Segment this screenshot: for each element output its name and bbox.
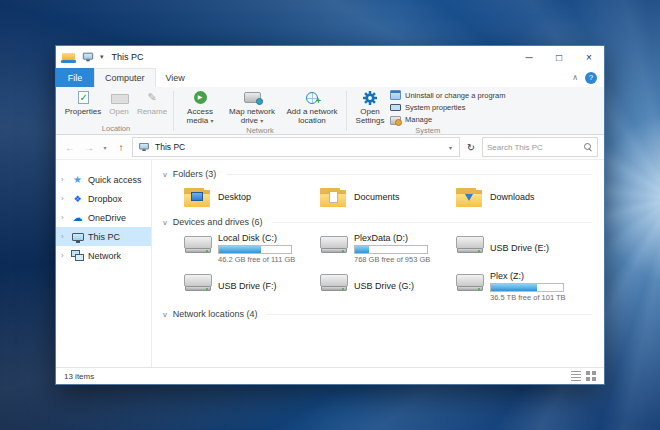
drive-name: Local Disk (C:): [218, 233, 295, 243]
system-properties-label: System properties: [405, 103, 465, 112]
ribbon-collapse-icon[interactable]: ∧: [572, 73, 578, 82]
search-box[interactable]: [482, 137, 598, 157]
minimize-button[interactable]: ─: [514, 46, 544, 68]
drive-free-space: 36.5 TB free of 101 TB: [490, 293, 566, 302]
location-group-label: Location: [62, 123, 170, 134]
details-view-icon[interactable]: [571, 371, 581, 381]
capacity-bar: [490, 283, 564, 292]
downloads-folder-icon: [456, 188, 482, 207]
chevron-right-icon[interactable]: ›: [61, 232, 70, 241]
tab-computer[interactable]: Computer: [94, 68, 156, 87]
open-settings-label: Open Settings: [350, 107, 390, 125]
refresh-icon[interactable]: ↻: [463, 138, 479, 156]
chevron-down-icon[interactable]: ∨: [162, 310, 168, 318]
drive-tile-e[interactable]: USB Drive (E:): [456, 232, 592, 264]
up-button[interactable]: ↑: [113, 138, 129, 156]
sidebar-item-dropbox[interactable]: › ❖ Dropbox: [56, 189, 151, 208]
chevron-down-icon[interactable]: ∨: [162, 218, 168, 226]
tab-view[interactable]: View: [156, 68, 195, 87]
window-controls: ─ □ ×: [514, 46, 604, 68]
search-icon[interactable]: [584, 143, 592, 151]
access-media-button[interactable]: ▶ Access media ▾: [177, 88, 223, 125]
window-title: This PC: [112, 52, 144, 62]
folder-tile-documents[interactable]: Documents: [320, 184, 456, 210]
recent-locations-dropdown-icon[interactable]: ▾: [100, 138, 110, 156]
title-bar[interactable]: ▾ This PC ─ □ ×: [56, 46, 604, 68]
drive-tile-c[interactable]: Local Disk (C:) 46.2 GB free of 111 GB: [184, 232, 320, 264]
system-properties-button[interactable]: System properties: [390, 101, 505, 113]
window-body: › ★ Quick access › ❖ Dropbox › ☁ OneDriv…: [56, 160, 604, 367]
sidebar-item-this-pc[interactable]: › This PC: [56, 227, 151, 246]
chevron-right-icon[interactable]: ›: [61, 251, 70, 260]
drive-name: USB Drive (G:): [354, 281, 414, 291]
usb-drive-icon: [456, 236, 484, 254]
folder-tile-desktop[interactable]: Desktop: [184, 184, 320, 210]
qat-dropdown-icon[interactable]: ▾: [100, 53, 104, 61]
add-network-location-icon: +: [306, 92, 318, 104]
back-button[interactable]: ←: [62, 138, 78, 156]
section-divider: [226, 174, 592, 175]
properties-button[interactable]: ✓ Properties: [62, 88, 104, 116]
open-folder-icon: [111, 92, 127, 104]
breadcrumb[interactable]: This PC: [155, 142, 185, 152]
section-title: Folders (3): [173, 169, 217, 179]
file-tab[interactable]: File: [56, 68, 94, 87]
capacity-bar: [354, 245, 428, 254]
ribbon-group-location: ✓ Properties Open ✎ Rename Location: [59, 88, 173, 134]
section-title: Devices and drives (6): [173, 217, 263, 227]
map-network-drive-button[interactable]: Map network drive ▾: [223, 88, 281, 125]
sidebar-item-network[interactable]: › Network: [56, 246, 151, 265]
chevron-right-icon[interactable]: ›: [61, 194, 70, 203]
qat-computer-icon[interactable]: [83, 53, 93, 62]
uninstall-button[interactable]: Uninstall or change a program: [390, 89, 505, 101]
chevron-right-icon[interactable]: ›: [61, 213, 70, 222]
sidebar: › ★ Quick access › ❖ Dropbox › ☁ OneDriv…: [56, 160, 152, 367]
map-network-drive-icon: [244, 92, 261, 103]
drive-tile-g[interactable]: USB Drive (G:): [320, 270, 456, 302]
this-pc-icon: [139, 143, 149, 151]
folder-label: Documents: [354, 192, 400, 202]
address-dropdown-icon[interactable]: ▾: [447, 144, 454, 151]
section-header-folders[interactable]: ∨ Folders (3): [162, 169, 596, 179]
open-button[interactable]: Open: [104, 88, 134, 116]
chevron-right-icon[interactable]: ›: [61, 175, 70, 184]
ribbon-right-controls: ∧ ?: [572, 68, 604, 87]
add-network-location-button[interactable]: + Add a network location: [281, 88, 343, 125]
star-icon: ★: [73, 174, 82, 185]
manage-button[interactable]: Manage: [390, 113, 505, 125]
add-network-location-label: Add a network location: [281, 107, 343, 125]
chevron-down-icon[interactable]: ∨: [162, 170, 168, 178]
usb-drive-icon: [320, 274, 348, 292]
hard-drive-icon: [320, 236, 348, 254]
search-input[interactable]: [487, 143, 584, 152]
drive-tile-z[interactable]: Plex (Z:) 36.5 TB free of 101 TB: [456, 270, 592, 302]
large-icons-view-icon[interactable]: [586, 371, 596, 381]
address-bar[interactable]: This PC ▾: [132, 137, 460, 157]
map-network-drive-label: Map network drive: [229, 107, 275, 125]
rename-button[interactable]: ✎ Rename: [134, 88, 170, 116]
forward-button[interactable]: →: [81, 138, 97, 156]
sidebar-item-quick-access[interactable]: › ★ Quick access: [56, 170, 151, 189]
access-media-icon: ▶: [194, 91, 207, 104]
computer-icon: [72, 233, 84, 241]
open-settings-button[interactable]: Open Settings: [350, 88, 390, 125]
explorer-window: ▾ This PC ─ □ × File Computer View ∧ ?: [55, 45, 605, 385]
network-icon: [71, 250, 84, 261]
folder-label: Downloads: [490, 192, 535, 202]
open-label: Open: [109, 107, 129, 116]
close-button[interactable]: ×: [574, 46, 604, 68]
ribbon-group-network: ▶ Access media ▾ Map network drive ▾ + A…: [174, 88, 346, 134]
drive-tile-f[interactable]: USB Drive (F:): [184, 270, 320, 302]
section-header-network-locations[interactable]: ∨ Network locations (4): [162, 309, 596, 319]
properties-label: Properties: [65, 107, 101, 116]
maximize-button[interactable]: □: [544, 46, 574, 68]
drive-tile-d[interactable]: PlexData (D:) 768 GB free of 953 GB: [320, 232, 456, 264]
section-header-devices[interactable]: ∨ Devices and drives (6): [162, 217, 596, 227]
help-icon[interactable]: ?: [585, 72, 597, 84]
ribbon: ✓ Properties Open ✎ Rename Location: [56, 87, 604, 135]
dropdown-arrow-icon: ▾: [211, 118, 214, 124]
folder-tile-downloads[interactable]: Downloads: [456, 184, 592, 210]
desktop-folder-icon: [184, 188, 210, 207]
sidebar-item-onedrive[interactable]: › ☁ OneDrive: [56, 208, 151, 227]
section-divider: [267, 314, 592, 315]
